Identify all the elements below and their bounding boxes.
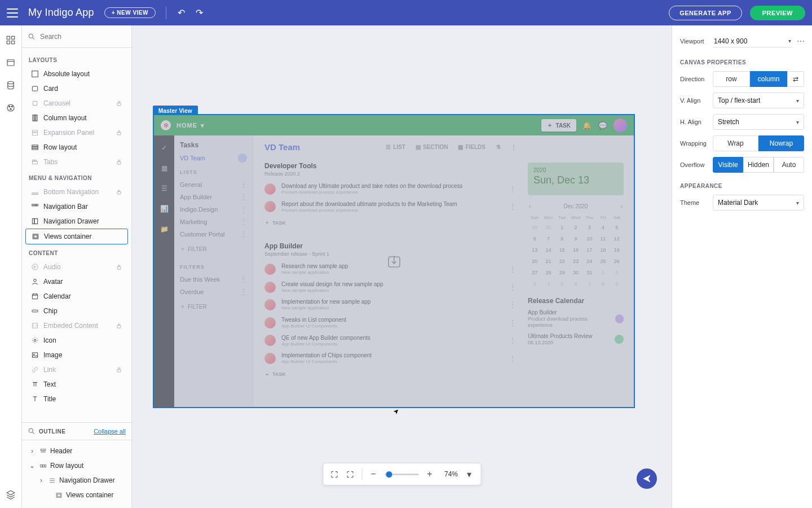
zoom-out-button[interactable]: − xyxy=(369,470,378,479)
direction-column-button[interactable]: column xyxy=(750,71,787,87)
zoom-toolbar: − + 74% ▾ xyxy=(323,463,481,485)
search-input[interactable] xyxy=(40,33,126,41)
calendar-day: 1 xyxy=(555,225,569,230)
layout-item-tabs: Tabs xyxy=(25,155,128,169)
section-canvas-props: CANVAS PROPERTIES xyxy=(680,59,804,65)
overflow-auto-button[interactable]: Auto xyxy=(774,157,804,173)
collapse-all-link[interactable]: Collapse all xyxy=(94,428,126,435)
wrap-button[interactable]: Wrap xyxy=(713,135,758,151)
content-item-chip[interactable]: Chip xyxy=(25,304,128,318)
filters-section-title: FILTERS xyxy=(180,264,247,270)
svg-rect-50 xyxy=(41,449,46,450)
calendar-day: 22 xyxy=(555,259,569,264)
card-icon xyxy=(31,85,39,93)
direction-label: Direction xyxy=(680,76,713,82)
overflow-hidden-button[interactable]: Hidden xyxy=(743,157,774,173)
nowrap-button[interactable]: Nowrap xyxy=(758,135,804,151)
content-item-title[interactable]: Title xyxy=(25,392,128,406)
data-icon[interactable] xyxy=(5,80,16,91)
halign-dropdown[interactable]: Stretch▾ xyxy=(713,114,804,130)
outline-search-icon[interactable] xyxy=(28,427,36,435)
design-stage[interactable]: Master View ❇ HOME▾ ＋TASK 🔔 💬 ✓ ▦ ☰ 📊 📁 xyxy=(132,25,672,508)
tasks-icon: ✓ xyxy=(160,143,169,152)
more-icon: ⋮ xyxy=(509,265,517,274)
calendar-day: 23 xyxy=(569,259,582,264)
undo-icon[interactable] xyxy=(176,8,187,18)
components-icon[interactable] xyxy=(5,34,16,46)
new-view-button[interactable]: + NEW VIEW xyxy=(104,7,156,18)
chevron-down-icon[interactable]: ▾ xyxy=(465,470,474,479)
layout-item-column-layout[interactable]: Column layout xyxy=(25,111,128,125)
svg-rect-27 xyxy=(117,162,121,165)
top-app-bar: My Indigo App + NEW VIEW GENERATE APP PR… xyxy=(0,0,812,25)
avatar xyxy=(264,183,276,195)
new-task-button[interactable]: ＋TASK xyxy=(541,119,576,132)
avatar[interactable] xyxy=(614,119,627,132)
menu-item-navigation-bar[interactable]: Navigation Bar xyxy=(25,199,128,214)
list-item: General⋮ xyxy=(180,178,247,191)
fit-screen-icon[interactable] xyxy=(330,470,339,479)
viewport-dropdown[interactable]: 812 x 508▾ xyxy=(713,36,792,47)
zoom-in-button[interactable]: + xyxy=(425,470,434,479)
calendar-day: 5 xyxy=(610,225,624,230)
views-icon[interactable] xyxy=(5,57,16,68)
layers-icon[interactable] xyxy=(5,489,16,500)
calendar-day: 6 xyxy=(569,281,582,287)
menu-item-views-container[interactable]: Views container xyxy=(25,229,128,244)
content-item-avatar[interactable]: Avatar xyxy=(25,274,128,289)
direction-row-button[interactable]: row xyxy=(713,71,750,87)
redo-icon[interactable] xyxy=(195,8,205,18)
svg-rect-42 xyxy=(32,310,38,312)
icon-icon xyxy=(31,336,39,344)
content-item-icon[interactable]: Icon xyxy=(25,333,128,348)
outline-item-views-container[interactable]: › Views container xyxy=(22,488,131,502)
more-icon[interactable]: ⋯ xyxy=(797,37,804,46)
calendar-header: ‹ Dec 2020 › xyxy=(528,203,624,209)
filter-icon: ⚗ xyxy=(496,144,501,150)
overflow-visible-button[interactable]: Visible xyxy=(713,157,743,173)
master-view-canvas[interactable]: ❇ HOME▾ ＋TASK 🔔 💬 ✓ ▦ ☰ 📊 📁 Tasks V xyxy=(153,114,635,408)
chart-icon: 📊 xyxy=(160,204,169,213)
list-item: Marketing⋮ xyxy=(180,216,247,228)
chevron-down-icon: ▾ xyxy=(788,38,791,44)
calendar-day: 24 xyxy=(582,259,596,264)
app-header: ❇ HOME▾ ＋TASK 🔔 💬 xyxy=(154,115,634,135)
content-item-calendar[interactable]: Calendar xyxy=(25,289,128,304)
calendar-day: 13 xyxy=(528,247,541,253)
more-icon: ⋮ xyxy=(509,300,517,309)
lock-icon xyxy=(116,189,122,195)
svg-rect-3 xyxy=(12,41,15,44)
expand-icon[interactable] xyxy=(346,470,355,479)
outline-item-header[interactable]: › Header xyxy=(22,444,131,458)
zoom-slider[interactable] xyxy=(385,474,418,475)
outline-item-nav-drawer[interactable]: › Navigation Drawer xyxy=(22,473,131,488)
outline-item-row-layout[interactable]: ⌄ Row layout xyxy=(22,458,131,473)
layout-item-absolute-layout[interactable]: Absolute layout xyxy=(25,67,128,81)
theme-dropdown[interactable]: Material Dark▾ xyxy=(713,195,804,211)
swap-axis-button[interactable]: ⇄ xyxy=(787,71,804,87)
avatar xyxy=(264,264,276,275)
absolute-layout-icon xyxy=(31,70,39,78)
content-item-image[interactable]: Image xyxy=(25,348,128,362)
svg-point-45 xyxy=(34,339,36,341)
release-item: Ultimate Products Review08.13.2020 xyxy=(528,333,624,346)
generate-app-button[interactable]: GENERATE APP xyxy=(669,6,742,20)
bell-icon[interactable]: 🔔 xyxy=(582,120,592,130)
divider xyxy=(166,7,166,19)
svg-point-30 xyxy=(34,194,35,194)
menu-icon[interactable] xyxy=(7,8,18,17)
preview-button[interactable]: PREVIEW xyxy=(750,6,805,20)
svg-rect-20 xyxy=(117,133,121,135)
layout-item-row-layout[interactable]: Row layout xyxy=(25,140,128,155)
svg-rect-13 xyxy=(33,102,37,106)
svg-rect-48 xyxy=(117,370,121,373)
send-fab[interactable] xyxy=(637,468,657,489)
menu-item-navigation-drawer[interactable]: Navigation Drawer xyxy=(25,214,128,229)
expansion-panel-icon xyxy=(31,129,39,137)
content-item-link: Link xyxy=(25,362,128,377)
valign-dropdown[interactable]: Top / flex-start▾ xyxy=(713,93,804,108)
chat-icon[interactable]: 💬 xyxy=(598,120,608,130)
layout-item-card[interactable]: Card xyxy=(25,81,128,96)
theme-icon[interactable] xyxy=(5,102,16,113)
content-item-text[interactable]: Text xyxy=(25,377,128,392)
